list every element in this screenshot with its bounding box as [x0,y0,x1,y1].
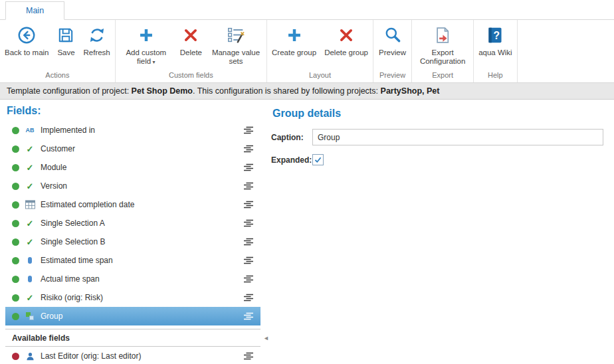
field-label: Risiko (orig: Risk) [41,293,242,302]
ribbon-group-export: Export ConfigurationExport [412,20,474,82]
field-row-estimated-time-span[interactable]: Estimated time span [5,251,260,270]
group-icon [25,312,35,321]
field-menu-icon[interactable] [242,236,255,247]
check-icon: ✓ [25,145,35,153]
refresh-icon [88,24,106,46]
aqua-wiki-button[interactable]: ?aqua Wiki [474,21,516,57]
status-dot-green [12,294,19,302]
field-row-estimated-completion-date[interactable]: Estimated completion date [5,195,260,214]
field-menu-icon[interactable] [242,255,255,266]
field-label: Estimated time span [41,256,242,265]
fields-panel: Fields: ABImplemented in✓Customer✓Module… [5,102,260,363]
field-row-customer[interactable]: ✓Customer [5,139,260,158]
ribbon-tabstrip: Main [0,0,614,20]
field-menu-icon[interactable] [242,218,255,228]
save-button[interactable]: Save [52,21,79,57]
field-row-single-selection-a[interactable]: ✓Single Selection A [5,214,260,232]
field-menu-icon[interactable] [242,143,255,154]
field-menu-icon[interactable] [242,199,255,210]
shared-projects: PartyShop, Pet [381,86,440,96]
button-label: Delete group [324,48,368,57]
details-panel: Group details Caption: Expanded: [260,102,614,363]
field-row-version[interactable]: ✓Version [5,177,260,195]
back-to-main-button[interactable]: Back to main [1,21,52,57]
project-name: Pet Shop Demo [132,86,193,96]
field-label: Actual time span [41,274,242,284]
collapse-panel-arrow-icon[interactable]: ◄ [263,335,269,341]
expanded-row: Expanded: [271,154,603,165]
export-icon [433,24,452,46]
ribbon-group-label: Layout [268,68,372,82]
button-label: Export Configuration [417,48,468,66]
save-icon [56,24,75,46]
preview-icon [383,24,402,46]
status-dot-green [12,257,19,264]
content: Fields: ABImplemented in✓Customer✓Module… [0,100,614,363]
ribbon-group-help: ?aqua WikiHelp [474,20,518,82]
field-menu-icon[interactable] [242,162,255,173]
preview-button[interactable]: Preview [375,21,410,57]
delete-group-button[interactable]: Delete group [320,21,372,57]
person-icon [25,352,35,361]
export-configuration-button[interactable]: Export Configuration [413,21,472,66]
field-menu-icon[interactable] [242,181,255,191]
ribbon-group-custom-fields: Add custom field ▾DeleteManage value set… [116,20,267,82]
field-row-actual-time-span[interactable]: Actual time span [5,270,260,288]
field-menu-icon[interactable] [242,274,255,284]
expanded-checkbox[interactable] [312,154,324,165]
field-menu-icon[interactable] [242,311,255,321]
field-list: ABImplemented in✓Customer✓Module✓Version… [5,121,260,325]
status-dot-green [12,220,19,227]
timespan-icon [25,257,35,264]
field-row-group[interactable]: Group [5,307,260,325]
ribbon-group-label: Help [474,68,516,82]
fields-panel-title: Fields: [5,102,260,121]
field-row-last-editor-orig-last-editor[interactable]: Last Editor (orig: Last editor) [5,347,260,364]
check-icon: ✓ [25,182,35,191]
caption-input[interactable] [312,129,603,145]
ribbon-group-label: Preview [374,68,411,82]
caption-label: Caption: [271,133,312,142]
add-icon [286,24,303,46]
create-group-button[interactable]: Create group [268,21,320,57]
ab-icon: AB [25,127,35,134]
tab-main[interactable]: Main [5,1,64,20]
refresh-button[interactable]: Refresh [79,21,114,57]
svg-text:?: ? [494,30,500,41]
field-row-risiko-orig-risk[interactable]: ✓Risiko (orig: Risk) [5,288,260,307]
delete-button[interactable]: Delete [176,21,206,57]
button-label: Delete [180,48,202,57]
ribbon-group-actions: Back to mainSaveRefreshActions [0,20,116,82]
field-menu-icon[interactable] [242,292,255,303]
value-sets-icon [226,24,246,46]
field-menu-icon[interactable] [242,351,255,361]
status-dot-red [12,353,19,360]
manage-value-sets-button[interactable]: Manage value sets [206,21,266,66]
button-label: Refresh [83,48,110,57]
add-custom-field-button[interactable]: Add custom field ▾ [116,21,176,66]
ribbon-group-preview: PreviewPreview [373,20,412,82]
field-label: Estimated completion date [41,200,242,209]
status-dot-green [12,183,19,190]
dropdown-caret-icon: ▾ [151,59,155,65]
field-label: Group [41,312,242,321]
ribbon-group-label: Custom fields [116,68,266,82]
field-menu-icon[interactable] [242,125,255,136]
infobar-text-prefix: Template configuration of project: [7,86,132,96]
ribbon-group-label: Actions [1,68,114,82]
button-label: Create group [272,48,316,57]
status-dot-green [12,238,19,246]
field-row-implemented-in[interactable]: ABImplemented in [5,121,260,139]
field-label: Customer [41,144,242,153]
ribbon: Back to mainSaveRefreshActionsAdd custom… [0,20,614,83]
field-row-single-selection-b[interactable]: ✓Single Selection B [5,232,260,251]
field-row-module[interactable]: ✓Module [5,158,260,177]
caption-row: Caption: [271,129,603,145]
available-field-list: Last Editor (orig: Last editor) [5,347,260,364]
available-fields-header: Available fields ◄ [5,329,260,347]
infobar-text: Template configuration of project: Pet S… [7,86,439,96]
ribbon-group-label: Export [413,68,472,82]
timespan-icon [25,276,35,282]
infobar: Template configuration of project: Pet S… [0,83,614,100]
field-label: Last Editor (orig: Last editor) [41,351,242,361]
